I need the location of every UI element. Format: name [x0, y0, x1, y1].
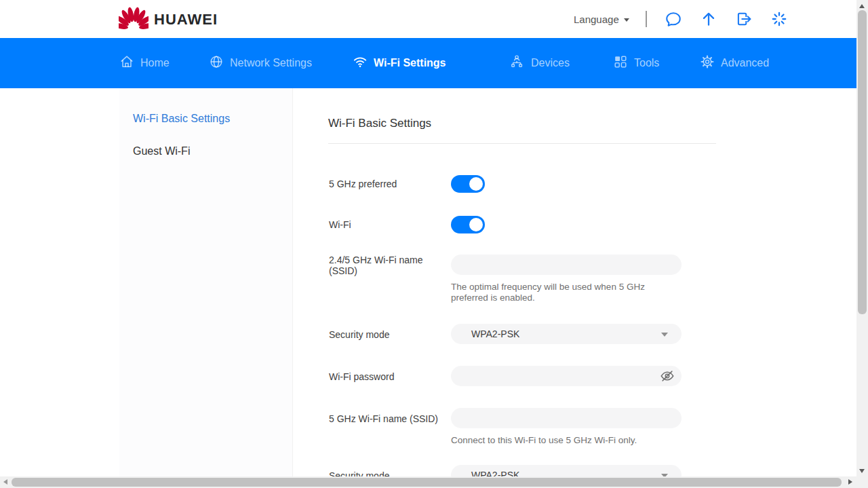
- nav-tab-label: Devices: [531, 57, 570, 69]
- scroll-up-arrow-icon[interactable]: [859, 4, 865, 8]
- nav-tab-wifi-settings[interactable]: Wi-Fi Settings: [353, 38, 446, 88]
- eye-off-icon[interactable]: [660, 369, 675, 383]
- settings-sidebar: Wi-Fi Basic Settings Guest Wi-Fi: [119, 88, 293, 476]
- toggle-wifi[interactable]: [451, 216, 485, 233]
- field-label-wifi: Wi-Fi: [329, 219, 444, 230]
- vertical-scrollbar[interactable]: [856, 0, 868, 488]
- sidebar-item-guest-wifi[interactable]: Guest Wi-Fi: [133, 145, 190, 157]
- security-mode-value: WPA2-PSK: [471, 329, 519, 339]
- field-label-ssid-5ghz: 5 GHz Wi-Fi name (SSID): [329, 413, 465, 424]
- nav-tab-advanced[interactable]: Advanced: [700, 38, 769, 88]
- ssid-5ghz-help: Connect to this Wi-Fi to use 5 GHz Wi-Fi…: [451, 435, 663, 446]
- sidebar-item-wifi-basic-settings[interactable]: Wi-Fi Basic Settings: [133, 113, 230, 125]
- toggle-5ghz-preferred[interactable]: [451, 175, 485, 193]
- home-icon: [119, 54, 134, 72]
- wifi-icon: [353, 54, 368, 72]
- header-divider: [646, 11, 647, 27]
- nav-tab-label: Network Settings: [230, 57, 312, 69]
- toggle-knob: [469, 218, 483, 231]
- nav-tab-home[interactable]: Home: [119, 38, 170, 88]
- ssid-5ghz-input[interactable]: [451, 408, 682, 428]
- nav-tab-label: Tools: [634, 57, 659, 69]
- nav-tab-tools[interactable]: Tools: [613, 38, 659, 88]
- language-label: Language: [574, 14, 619, 25]
- chevron-down-icon: [624, 18, 629, 22]
- security-mode-select[interactable]: WPA2-PSK: [451, 324, 682, 344]
- horizontal-scrollbar-thumb[interactable]: [12, 478, 842, 487]
- nav-tab-label: Wi-Fi Settings: [374, 57, 446, 69]
- ssid-24-5-input[interactable]: [451, 255, 682, 275]
- nav-tab-network-settings[interactable]: Network Settings: [209, 38, 312, 88]
- scroll-left-arrow-icon[interactable]: [3, 479, 7, 485]
- message-icon[interactable]: [665, 10, 682, 28]
- chevron-down-icon: [661, 333, 668, 337]
- logout-icon[interactable]: [735, 10, 753, 28]
- main-navbar: Home Network Settings Wi-Fi Settings Dev…: [0, 38, 856, 88]
- toggle-knob: [469, 177, 483, 191]
- loading-spinner-icon[interactable]: [770, 10, 788, 28]
- field-label-ssid-24-5: 2.4/5 GHz Wi-Fi name (SSID): [329, 255, 444, 276]
- nav-tab-devices[interactable]: Devices: [510, 38, 570, 88]
- horizontal-scrollbar[interactable]: [0, 476, 856, 488]
- top-header: HUAWEI Language: [0, 0, 856, 38]
- devices-icon: [510, 54, 525, 72]
- nav-tab-label: Advanced: [721, 57, 769, 69]
- nav-tab-label: Home: [140, 57, 170, 69]
- field-label-security-mode: Security mode: [329, 329, 444, 340]
- brand: HUAWEI: [119, 6, 218, 33]
- title-divider: [328, 143, 716, 144]
- ssid-24-5-help: The optimal frequency will be used when …: [451, 282, 663, 303]
- tools-icon: [613, 54, 628, 72]
- field-label-wifi-password: Wi-Fi password: [329, 371, 444, 382]
- field-label-5ghz-preferred: 5 GHz preferred: [329, 179, 444, 189]
- header-actions: Language: [574, 0, 788, 38]
- page-title: Wi-Fi Basic Settings: [328, 117, 431, 130]
- brand-name: HUAWEI: [154, 11, 218, 29]
- main-content: Wi-Fi Basic Settings 5 GHz preferred Wi-…: [293, 88, 856, 488]
- gear-icon: [700, 54, 715, 72]
- wifi-password-input[interactable]: [451, 366, 682, 386]
- huawei-logo-icon: [119, 6, 149, 33]
- scroll-down-arrow-icon[interactable]: [859, 469, 865, 473]
- vertical-scrollbar-thumb[interactable]: [858, 10, 867, 314]
- language-menu[interactable]: Language: [574, 14, 629, 25]
- globe-icon: [209, 54, 224, 72]
- scroll-right-arrow-icon[interactable]: [848, 479, 852, 485]
- update-arrow-icon[interactable]: [700, 10, 717, 28]
